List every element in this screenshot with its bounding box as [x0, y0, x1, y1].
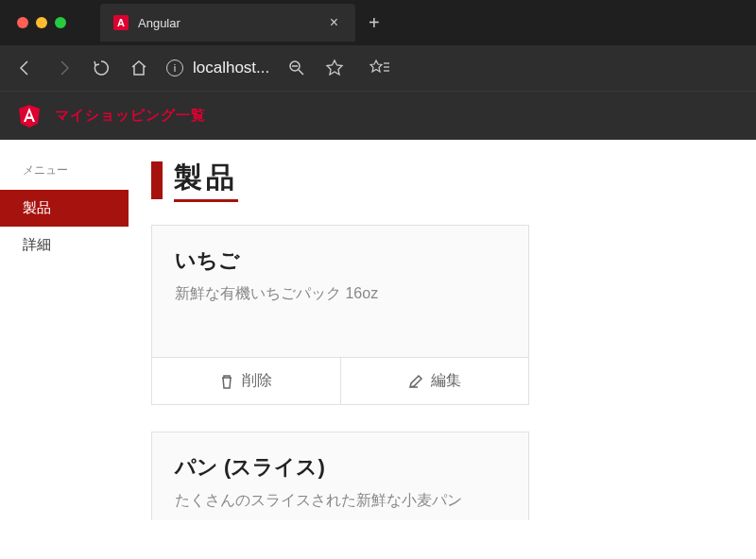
edit-label: 編集 [431, 371, 461, 391]
page-title: 製品 [174, 159, 238, 202]
site-info-icon[interactable]: i [166, 59, 183, 76]
heading-accent-bar [151, 161, 163, 199]
card-actions: 削除 編集 [152, 357, 528, 404]
product-card: いちご 新鮮な有機いちごパック 16oz 削除 編集 [151, 225, 529, 405]
favorites-list-button[interactable] [369, 58, 390, 78]
content-area: 製品 いちご 新鮮な有機いちごパック 16oz 削除 編集 [129, 140, 756, 547]
close-window-button[interactable] [17, 17, 28, 28]
new-tab-button[interactable]: + [355, 12, 393, 34]
favorite-button[interactable] [324, 58, 345, 78]
address-bar[interactable]: i localhost... [166, 59, 269, 77]
sidebar-item-products[interactable]: 製品 [0, 190, 129, 227]
window-controls [0, 17, 83, 28]
minimize-window-button[interactable] [36, 17, 47, 28]
sidebar-item-label: 製品 [23, 199, 51, 215]
angular-logo-icon [19, 105, 40, 127]
angular-favicon-icon: A [113, 15, 129, 30]
delete-button[interactable]: 削除 [152, 358, 341, 404]
menu-label: メニュー [0, 162, 129, 190]
close-tab-button[interactable]: × [326, 12, 342, 33]
card-body: いちご 新鮮な有機いちごパック 16oz [152, 226, 528, 357]
trash-icon [219, 374, 234, 389]
browser-toolbar: i localhost... [0, 45, 756, 91]
edit-button[interactable]: 編集 [341, 358, 529, 404]
home-button[interactable] [129, 58, 149, 78]
sidebar-item-label: 詳細 [23, 236, 51, 252]
card-body: パン (スライス) たくさんのスライスされた新鮮な小麦パン [152, 432, 528, 520]
sidebar-item-details[interactable]: 詳細 [0, 227, 129, 263]
edit-icon [408, 374, 423, 389]
app-title: マイショッピング一覧 [55, 107, 206, 125]
sidebar: メニュー 製品 詳細 [0, 140, 129, 547]
page-heading: 製品 [151, 159, 718, 202]
product-description: 新鮮な有機いちごパック 16oz [175, 284, 506, 304]
main-layout: メニュー 製品 詳細 製品 いちご 新鮮な有機いちごパック 16oz 削 [0, 140, 756, 547]
tab-title: Angular [138, 16, 317, 30]
product-description: たくさんのスライスされた新鮮な小麦パン [175, 491, 506, 511]
product-name: いちご [175, 246, 506, 275]
zoom-out-button[interactable] [286, 58, 307, 78]
maximize-window-button[interactable] [55, 17, 66, 28]
product-name: パン (スライス) [175, 453, 506, 482]
url-text: localhost... [193, 59, 269, 77]
refresh-button[interactable] [91, 58, 112, 78]
window-titlebar: A Angular × + [0, 0, 756, 45]
browser-tab[interactable]: A Angular × [100, 4, 355, 42]
product-card: パン (スライス) たくさんのスライスされた新鮮な小麦パン [151, 432, 529, 520]
back-button[interactable] [15, 58, 36, 78]
svg-line-1 [299, 70, 303, 75]
delete-label: 削除 [242, 371, 272, 391]
forward-button[interactable] [53, 58, 74, 78]
app-header: マイショッピング一覧 [0, 91, 756, 140]
